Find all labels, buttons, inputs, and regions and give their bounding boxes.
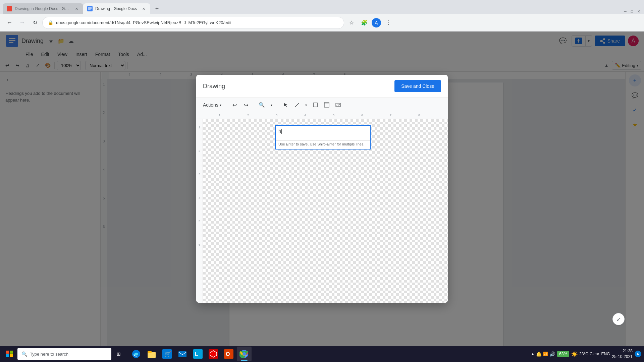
svg-rect-16 [6, 351, 9, 354]
file-explorer-app[interactable] [144, 347, 159, 361]
nav-bar: ← → ↻ 🔒 docs.google.com/document/d/1Nsqa… [0, 14, 644, 32]
svg-rect-25 [178, 351, 186, 357]
drawing-zoom-button[interactable]: 🔍 [257, 100, 267, 110]
svg-point-33 [243, 352, 246, 356]
search-placeholder: Type here to search [30, 352, 68, 357]
taskview-button[interactable]: ⊞ [113, 348, 125, 360]
start-button[interactable] [3, 347, 16, 361]
tab-1[interactable]: Drawing in Google Docs - Goog... ✕ [3, 3, 83, 14]
drawing-toolbar-divider-1 [227, 102, 227, 108]
text-input-hint: Use Enter to save. Use Shift+Enter for m… [276, 140, 370, 149]
mail-app[interactable] [175, 347, 190, 361]
chrome-app[interactable] [237, 347, 252, 361]
svg-rect-19 [10, 354, 13, 357]
drawing-toolbar-divider-3 [278, 102, 278, 108]
svg-rect-22 [148, 351, 152, 353]
reload-button[interactable]: ↻ [30, 17, 40, 28]
svg-point-15 [338, 104, 339, 105]
profile-avatar[interactable]: A [372, 18, 381, 27]
network-icon[interactable]: 📶 [543, 352, 548, 356]
tab-bar-right-controls: ─ □ ✕ [623, 9, 644, 14]
mcafee-app[interactable] [206, 347, 221, 361]
datetime[interactable]: 21:38 25-10-2021 [612, 348, 633, 360]
svg-rect-3 [88, 8, 92, 9]
drawing-toolbar: Actions ▾ ↩ ↪ 🔍 ▾ ▾ [196, 98, 448, 112]
tab1-favicon [7, 6, 12, 11]
close-button[interactable]: ✕ [636, 9, 641, 14]
volume-icon[interactable]: 🔊 [549, 351, 555, 357]
tab2-title: Drawing - Google Docs [95, 6, 138, 11]
select-tool[interactable] [281, 100, 291, 110]
store-app[interactable]: 🛒 [160, 347, 174, 361]
lynda-app[interactable]: L [191, 347, 205, 361]
edge-app[interactable] [129, 347, 144, 361]
more-options-button[interactable]: ⋮ [383, 17, 394, 28]
notification-count[interactable]: 6 [635, 351, 641, 357]
svg-point-0 [8, 7, 11, 10]
forward-button[interactable]: → [17, 17, 28, 28]
search-icon: 🔍 [21, 351, 27, 357]
show-hidden-button[interactable]: ▲ [531, 352, 535, 356]
svg-text:O: O [226, 351, 230, 357]
address-text: docs.google.com/document/d/1Nsqaf4_PGevS… [56, 20, 231, 25]
tab2-close[interactable]: ✕ [141, 6, 146, 11]
drawing-modal-header: Drawing Save and Close [196, 75, 448, 98]
drawing-redo-button[interactable]: ↪ [241, 100, 251, 110]
text-input-field[interactable]: h| [276, 126, 370, 140]
temperature: 23°C [579, 352, 588, 356]
taskbar-right: ▲ 🔔 📶 🔊 63% ☀️ 23°C Clear ENG 21:38 25-1… [531, 348, 641, 360]
tab1-title: Drawing in Google Docs - Goog... [15, 6, 71, 11]
time: 21:38 [612, 348, 633, 354]
taskbar: 🔍 Type here to search ⊞ 🛒 L [0, 346, 644, 362]
tab-bar: Drawing in Google Docs - Goog... ✕ Drawi… [0, 0, 644, 14]
svg-rect-1 [87, 6, 93, 11]
drawing-ruler-h: 1 2 3 4 5 6 7 8 [196, 112, 448, 119]
save-close-button[interactable]: Save and Close [394, 80, 441, 92]
drawing-undo-button[interactable]: ↩ [230, 100, 240, 110]
address-bar[interactable]: 🔒 docs.google.com/document/d/1Nsqaf4_PGe… [42, 17, 344, 29]
modal-overlay: Drawing Save and Close Actions ▾ ↩ ↪ 🔍 ▾ [0, 32, 644, 346]
drawing-canvas[interactable]: h| Use Enter to save. Use Shift+Enter fo… [203, 119, 448, 303]
weather-widget[interactable]: ☀️ 23°C Clear [571, 351, 599, 357]
tab-2[interactable]: Drawing - Google Docs ✕ [83, 3, 150, 14]
language-indicator[interactable]: ENG [601, 352, 610, 356]
shape-tool[interactable] [310, 100, 320, 110]
systray-area: ▲ 🔔 📶 🔊 [531, 351, 555, 357]
battery-indicator[interactable]: 63% [557, 351, 569, 357]
minimize-button[interactable]: ─ [623, 9, 628, 14]
office-app[interactable]: O [221, 347, 236, 361]
svg-rect-11 [313, 103, 317, 107]
drawing-toolbar-divider-2 [254, 102, 254, 108]
svg-rect-18 [6, 354, 9, 357]
drawing-ruler-v: 123456 [196, 119, 203, 303]
notification-icon[interactable]: 🔔 [536, 351, 542, 357]
extensions-button[interactable]: 🧩 [359, 17, 370, 28]
svg-rect-2 [88, 7, 92, 8]
drawing-modal-title: Drawing [203, 83, 225, 90]
date: 25-10-2021 [612, 354, 633, 360]
back-button[interactable]: ← [4, 17, 15, 28]
svg-rect-4 [88, 9, 91, 10]
svg-text:L: L [195, 351, 198, 357]
text-tool[interactable] [322, 100, 332, 110]
restore-button[interactable]: □ [629, 9, 635, 14]
drawing-canvas-wrapper: 1 2 3 4 5 6 7 8 123456 [196, 112, 448, 303]
image-tool[interactable] [333, 100, 343, 110]
drawing-zoom-chevron[interactable]: ▾ [268, 100, 275, 110]
svg-rect-17 [10, 351, 13, 354]
svg-text:🛒: 🛒 [164, 351, 171, 357]
drawing-canvas-body: 123456 h| Use Enter to save. Use Shift+E… [196, 119, 448, 303]
new-tab-button[interactable]: + [152, 3, 162, 14]
tab2-favicon [87, 6, 93, 11]
line-tool[interactable] [292, 100, 302, 110]
lock-icon: 🔒 [48, 20, 53, 25]
weather-icon: ☀️ [571, 351, 578, 357]
line-tool-chevron[interactable]: ▾ [304, 100, 309, 110]
taskbar-pinned-apps: 🛒 L O [129, 347, 252, 361]
drawing-modal: Drawing Save and Close Actions ▾ ↩ ↪ 🔍 ▾ [196, 75, 448, 303]
actions-menu[interactable]: Actions ▾ [200, 100, 224, 110]
bookmark-button[interactable]: ☆ [346, 17, 357, 28]
tab1-close[interactable]: ✕ [74, 6, 79, 11]
taskbar-search-bar[interactable]: 🔍 Type here to search [17, 348, 111, 360]
svg-rect-14 [336, 103, 340, 107]
